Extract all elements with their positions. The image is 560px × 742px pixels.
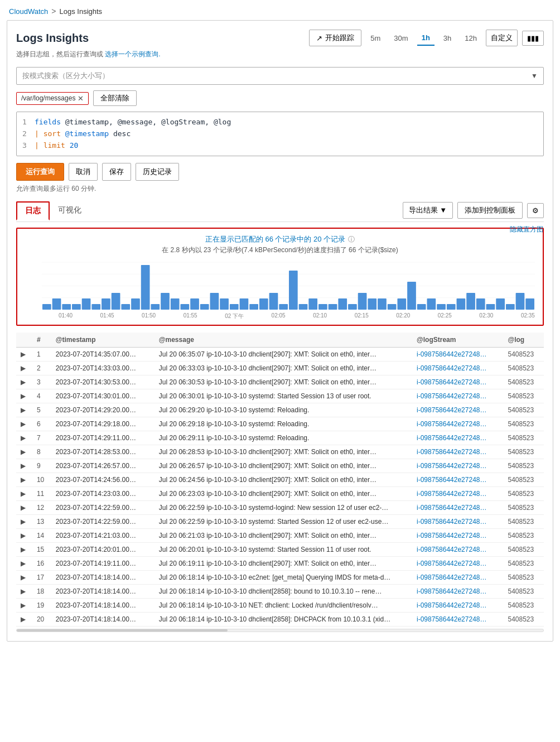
table-row[interactable]: ▶ 6 2023-07-20T14:29:18.00… Jul 20 06:29… xyxy=(16,417,544,431)
row-logstream[interactable]: i-0987586442e27248… xyxy=(412,557,503,571)
row-message: Jul 20 06:18:14 ip-10-10-3-10 dhclient[2… xyxy=(155,585,412,599)
row-logstream[interactable]: i-0987586442e27248… xyxy=(412,431,503,445)
svg-rect-12 xyxy=(72,304,81,310)
col-header-expand xyxy=(16,333,32,348)
time-3h-button[interactable]: 3h xyxy=(439,31,456,45)
row-logstream[interactable]: i-0987586442e27248… xyxy=(412,445,503,459)
row-expand-icon[interactable]: ▶ xyxy=(16,557,32,571)
export-results-button[interactable]: 导出结果 ▼ xyxy=(403,202,453,219)
row-message: Jul 20 06:30:53 ip-10-10-3-10 dhclient[2… xyxy=(155,375,412,389)
time-5m-button[interactable]: 5m xyxy=(366,31,385,45)
table-row[interactable]: ▶ 17 2023-07-20T14:18:14.00… Jul 20 06:1… xyxy=(16,571,544,585)
history-button[interactable]: 历史记录 xyxy=(136,163,179,181)
row-expand-icon[interactable]: ▶ xyxy=(16,613,32,627)
svg-rect-42 xyxy=(368,298,376,310)
row-expand-icon[interactable]: ▶ xyxy=(16,571,32,585)
table-row[interactable]: ▶ 15 2023-07-20T14:20:01.00… Jul 20 06:2… xyxy=(16,543,544,557)
start-tracking-button[interactable]: ↗ 开始跟踪 xyxy=(309,30,361,46)
row-expand-icon[interactable]: ▶ xyxy=(16,585,32,599)
table-row[interactable]: ▶ 9 2023-07-20T14:26:57.00… Jul 20 06:26… xyxy=(16,459,544,473)
row-logstream[interactable]: i-0987586442e27248… xyxy=(412,459,503,473)
table-row[interactable]: ▶ 14 2023-07-20T14:21:03.00… Jul 20 06:2… xyxy=(16,529,544,543)
row-logstream[interactable]: i-0987586442e27248… xyxy=(412,473,503,487)
remove-log-group-button[interactable]: ✕ xyxy=(78,94,84,103)
table-row[interactable]: ▶ 12 2023-07-20T14:22:59.00… Jul 20 06:2… xyxy=(16,501,544,515)
search-box[interactable]: 按模式搜索（区分大小写） ▼ xyxy=(16,67,544,85)
table-row[interactable]: ▶ 13 2023-07-20T14:22:59.00… Jul 20 06:2… xyxy=(16,515,544,529)
row-expand-icon[interactable]: ▶ xyxy=(16,599,32,613)
hide-histogram-link[interactable]: 隐藏直方图 xyxy=(510,225,543,234)
row-timestamp: 2023-07-20T14:28:53.00… xyxy=(51,445,155,459)
table-row[interactable]: ▶ 11 2023-07-20T14:23:03.00… Jul 20 06:2… xyxy=(16,487,544,501)
table-row[interactable]: ▶ 1 2023-07-20T14:35:07.00… Jul 20 06:35… xyxy=(16,348,544,362)
run-query-button[interactable]: 运行查询 xyxy=(16,163,64,181)
table-row[interactable]: ▶ 7 2023-07-20T14:29:11.00… Jul 20 06:29… xyxy=(16,431,544,445)
table-row[interactable]: ▶ 19 2023-07-20T14:18:14.00… Jul 20 06:1… xyxy=(16,599,544,613)
table-row[interactable]: ▶ 16 2023-07-20T14:19:11.00… Jul 20 06:1… xyxy=(16,557,544,571)
table-row[interactable]: ▶ 8 2023-07-20T14:28:53.00… Jul 20 06:28… xyxy=(16,445,544,459)
table-row[interactable]: ▶ 3 2023-07-20T14:30:53.00… Jul 20 06:30… xyxy=(16,375,544,389)
row-expand-icon[interactable]: ▶ xyxy=(16,473,32,487)
add-dashboard-button[interactable]: 添加到控制面板 xyxy=(457,202,523,219)
row-logstream[interactable]: i-0987586442e27248… xyxy=(412,417,503,431)
row-timestamp: 2023-07-20T14:30:01.00… xyxy=(51,389,155,403)
row-expand-icon[interactable]: ▶ xyxy=(16,417,32,431)
col-header-timestamp: @timestamp xyxy=(51,333,155,348)
row-num: 13 xyxy=(32,515,51,529)
row-logstream[interactable]: i-0987586442e27248… xyxy=(412,585,503,599)
row-logstream[interactable]: i-0987586442e27248… xyxy=(412,501,503,515)
custom-time-button[interactable]: 自定义 xyxy=(486,30,518,46)
row-expand-icon[interactable]: ▶ xyxy=(16,515,32,529)
svg-rect-51 xyxy=(457,298,466,310)
calendar-button[interactable]: ▮▮▮ xyxy=(522,31,544,46)
horizontal-scrollbar[interactable] xyxy=(16,629,544,632)
time-12h-button[interactable]: 12h xyxy=(460,31,481,45)
tab-visualization[interactable]: 可视化 xyxy=(50,201,90,219)
time-1h-button[interactable]: 1h xyxy=(417,31,435,46)
row-expand-icon[interactable]: ▶ xyxy=(16,389,32,403)
row-logstream[interactable]: i-0987586442e27248… xyxy=(412,403,503,417)
row-logstream[interactable]: i-0987586442e27248… xyxy=(412,599,503,613)
row-expand-icon[interactable]: ▶ xyxy=(16,487,32,501)
row-expand-icon[interactable]: ▶ xyxy=(16,543,32,557)
query-editor[interactable]: 1 fields @timestamp, @message, @logStrea… xyxy=(16,112,544,156)
row-logstream[interactable]: i-0987586442e27248… xyxy=(412,389,503,403)
row-logstream[interactable]: i-0987586442e27248… xyxy=(412,543,503,557)
table-row[interactable]: ▶ 4 2023-07-20T14:30:01.00… Jul 20 06:30… xyxy=(16,389,544,403)
row-logstream[interactable]: i-0987586442e27248… xyxy=(412,348,503,362)
row-expand-icon[interactable]: ▶ xyxy=(16,445,32,459)
breadcrumb-cloudwatch[interactable]: CloudWatch xyxy=(9,7,48,16)
chart-area: 正在显示已匹配的 66 个记录中的 20 个记录 ⓘ 隐藏直方图 在 2.8 秒… xyxy=(16,228,544,326)
table-row[interactable]: ▶ 20 2023-07-20T14:18:14.00… Jul 20 06:1… xyxy=(16,613,544,627)
query-line-1: 1 fields @timestamp, @message, @logStrea… xyxy=(22,117,538,128)
row-expand-icon[interactable]: ▶ xyxy=(16,403,32,417)
cancel-button[interactable]: 取消 xyxy=(69,163,98,181)
table-row[interactable]: ▶ 2 2023-07-20T14:33:03.00… Jul 20 06:33… xyxy=(16,362,544,375)
table-row[interactable]: ▶ 18 2023-07-20T14:18:14.00… Jul 20 06:1… xyxy=(16,585,544,599)
tab-log[interactable]: 日志 xyxy=(16,201,50,220)
row-logstream[interactable]: i-0987586442e27248… xyxy=(412,571,503,585)
clear-all-button[interactable]: 全部清除 xyxy=(93,90,137,106)
row-expand-icon[interactable]: ▶ xyxy=(16,348,32,362)
row-logstream[interactable]: i-0987586442e27248… xyxy=(412,362,503,375)
row-expand-icon[interactable]: ▶ xyxy=(16,375,32,389)
row-logstream[interactable]: i-0987586442e27248… xyxy=(412,515,503,529)
table-row[interactable]: ▶ 5 2023-07-20T14:29:20.00… Jul 20 06:29… xyxy=(16,403,544,417)
row-timestamp: 2023-07-20T14:24:56.00… xyxy=(51,473,155,487)
row-num: 10 xyxy=(32,473,51,487)
row-logstream[interactable]: i-0987586442e27248… xyxy=(412,375,503,389)
row-logstream[interactable]: i-0987586442e27248… xyxy=(412,487,503,501)
row-logstream[interactable]: i-0987586442e27248… xyxy=(412,613,503,627)
row-expand-icon[interactable]: ▶ xyxy=(16,459,32,473)
row-expand-icon[interactable]: ▶ xyxy=(16,431,32,445)
row-expand-icon[interactable]: ▶ xyxy=(16,362,32,375)
row-expand-icon[interactable]: ▶ xyxy=(16,501,32,515)
row-expand-icon[interactable]: ▶ xyxy=(16,529,32,543)
table-row[interactable]: ▶ 10 2023-07-20T14:24:56.00… Jul 20 06:2… xyxy=(16,473,544,487)
svg-rect-34 xyxy=(289,271,298,310)
time-30m-button[interactable]: 30m xyxy=(389,31,412,45)
settings-button[interactable]: ⚙ xyxy=(527,203,544,218)
save-button[interactable]: 保存 xyxy=(102,163,131,181)
example-query-link[interactable]: 选择一个示例查询. xyxy=(105,50,160,58)
row-logstream[interactable]: i-0987586442e27248… xyxy=(412,529,503,543)
